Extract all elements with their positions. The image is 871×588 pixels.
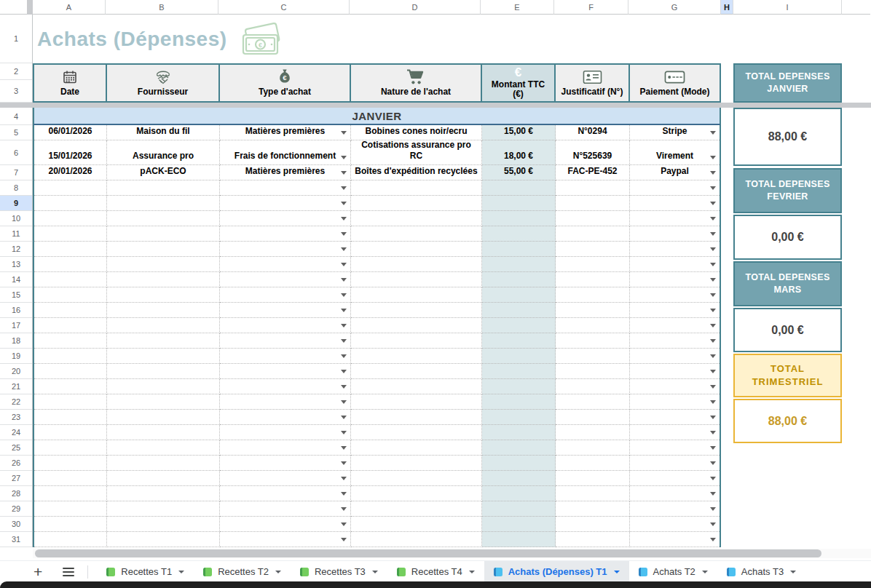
row-header-31[interactable]: 31 [0,532,32,547]
cell-date-row9[interactable] [34,196,107,211]
cell-nature-row26[interactable] [351,456,482,471]
dropdown-arrow-icon[interactable] [710,370,716,373]
cell-nature-row22[interactable] [351,394,482,410]
cell-fournisseur-row12[interactable] [107,242,220,257]
cell-montant-row16[interactable] [482,303,556,318]
cell-type_achat-row20[interactable] [220,364,351,379]
cell-nature-row30[interactable] [351,517,482,532]
cell-montant-row29[interactable] [482,501,556,517]
cell-fournisseur-row20[interactable] [107,364,220,379]
cell-nature-row14[interactable] [351,272,482,287]
sheet-tab-achats-t3[interactable]: Achats T3 [717,561,805,583]
cell-fournisseur-row7[interactable]: pACK-ECO [107,165,220,180]
cell-nature-row29[interactable] [351,501,482,517]
dropdown-arrow-icon[interactable] [341,202,347,205]
row-header-10[interactable]: 10 [0,211,32,226]
cell-nature-row7[interactable]: Boîtes d'expédition recyclées [351,165,482,180]
cell-montant-row13[interactable] [482,257,556,272]
cell-date-row14[interactable] [34,272,107,287]
dropdown-arrow-icon[interactable] [710,186,716,190]
total-depenses-janvier-value[interactable]: 88,00 € [733,108,842,166]
row-header-19[interactable]: 19 [0,349,32,364]
table-header-type-d-achat[interactable]: €Type d'achat [220,65,351,101]
dropdown-arrow-icon[interactable] [710,156,716,159]
cell-fournisseur-row25[interactable] [107,440,220,456]
cell-montant-row8[interactable] [482,180,556,196]
dropdown-arrow-icon[interactable] [710,278,716,282]
table-header-nature-de-l-achat[interactable]: Nature de l'achat [351,65,482,101]
cell-date-row5[interactable]: 06/01/2026 [34,125,107,140]
dropdown-arrow-icon[interactable] [341,507,347,511]
table-header-montant-ttc[interactable]: €Montant TTC (€) [482,65,556,101]
total-depenses-mars-value[interactable]: 0,00 € [733,308,842,352]
cell-nature-row20[interactable] [351,364,482,379]
row-header-23[interactable]: 23 [0,410,32,425]
row-header-30[interactable]: 30 [0,517,32,532]
cell-paiement-row11[interactable] [630,226,720,242]
cell-justificatif-row23[interactable] [556,410,630,425]
cell-fournisseur-row30[interactable] [107,517,220,532]
cell-montant-row11[interactable] [482,226,556,242]
cell-montant-row12[interactable] [482,242,556,257]
column-header-a[interactable]: A [33,0,106,15]
cell-justificatif-row29[interactable] [556,501,630,517]
dropdown-arrow-icon[interactable] [341,477,347,480]
row-header-11[interactable]: 11 [0,226,32,242]
cell-montant-row10[interactable] [482,211,556,226]
cell-date-row16[interactable] [34,303,107,318]
cell-type_achat-row28[interactable] [220,486,351,501]
cell-paiement-row25[interactable] [630,440,720,456]
cell-type_achat-row19[interactable] [220,349,351,364]
cell-montant-row19[interactable] [482,349,556,364]
cell-paiement-row18[interactable] [630,333,720,349]
cell-type_achat-row29[interactable] [220,501,351,517]
cell-fournisseur-row28[interactable] [107,486,220,501]
cell-nature-row6[interactable]: Cotisations assurance pro RC [351,140,482,165]
dropdown-arrow-icon[interactable] [710,309,716,312]
cell-fournisseur-row6[interactable]: Assurance pro [107,140,220,165]
cell-montant-row23[interactable] [482,410,556,425]
row-header-27[interactable]: 27 [0,471,32,486]
table-header-paiement-mode[interactable]: Paiement (Mode) [630,65,720,101]
cell-paiement-row7[interactable]: Paypal [630,165,720,180]
cell-fournisseur-row16[interactable] [107,303,220,318]
chevron-down-icon[interactable] [372,571,378,573]
dropdown-arrow-icon[interactable] [710,217,716,220]
dropdown-arrow-icon[interactable] [341,247,347,251]
cell-justificatif-row6[interactable]: N°525639 [556,140,630,165]
column-header-g[interactable]: G [628,0,721,15]
chevron-down-icon[interactable] [614,571,620,573]
cell-date-row30[interactable] [34,517,107,532]
column-header-f[interactable]: F [554,0,628,15]
column-header-i[interactable]: I [733,0,842,15]
dropdown-arrow-icon[interactable] [341,232,347,236]
cell-justificatif-row30[interactable] [556,517,630,532]
row-header-26[interactable]: 26 [0,456,32,471]
all-sheets-menu-button[interactable] [63,568,74,576]
cell-paiement-row24[interactable] [630,425,720,440]
cell-type_achat-row6[interactable]: Frais de fonctionnement [220,140,351,165]
row-header-16[interactable]: 16 [0,303,32,318]
dropdown-arrow-icon[interactable] [341,538,347,541]
row-header-9[interactable]: 9 [0,196,32,211]
cell-nature-row23[interactable] [351,410,482,425]
dropdown-arrow-icon[interactable] [710,523,716,526]
cell-fournisseur-row21[interactable] [107,379,220,394]
cell-montant-row15[interactable] [482,287,556,303]
cell-date-row21[interactable] [34,379,107,394]
cell-nature-row16[interactable] [351,303,482,318]
cell-date-row20[interactable] [34,364,107,379]
column-header-d[interactable]: D [350,0,481,15]
column-header-b[interactable]: B [106,0,218,15]
cell-type_achat-row26[interactable] [220,456,351,471]
dropdown-arrow-icon[interactable] [341,523,347,526]
cell-justificatif-row24[interactable] [556,425,630,440]
cell-montant-row14[interactable] [482,272,556,287]
cell-fournisseur-row29[interactable] [107,501,220,517]
dropdown-arrow-icon[interactable] [710,507,716,511]
cell-nature-row5[interactable]: Bobines cones noir/ecru [351,125,482,140]
cell-fournisseur-row26[interactable] [107,456,220,471]
cell-nature-row25[interactable] [351,440,482,456]
cell-nature-row10[interactable] [351,211,482,226]
cell-type_achat-row5[interactable]: Matières premières [220,125,351,140]
